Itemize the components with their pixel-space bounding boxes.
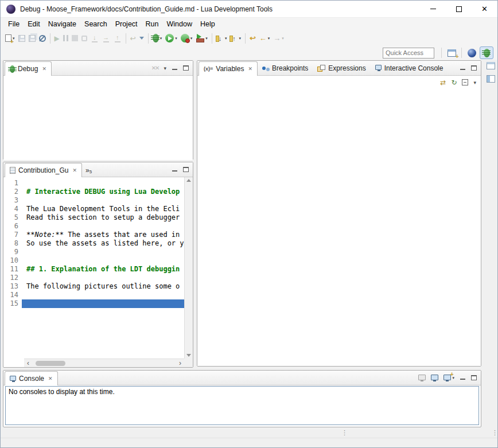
save-button[interactable] [17, 32, 27, 45]
step-into-button[interactable]: ↓ [89, 32, 100, 45]
line-number[interactable]: 13 [3, 282, 22, 291]
menu-help[interactable]: Help [196, 19, 219, 29]
line-text[interactable] [22, 299, 26, 308]
menu-window[interactable]: Window [163, 19, 196, 29]
view-menu-icon[interactable]: ▾ [164, 65, 166, 71]
new-button[interactable]: ▾ [3, 32, 17, 45]
tab-expressions[interactable]: Expressions [313, 61, 370, 75]
close-tab-icon[interactable]: ✕ [72, 167, 77, 173]
scroll-left-icon[interactable]: ‹ [24, 359, 32, 367]
refresh-icon[interactable]: ↻ [451, 79, 457, 86]
lua-perspective-button[interactable] [465, 46, 478, 59]
scroll-right-icon[interactable]: › [176, 359, 184, 367]
open-perspective-button[interactable] [445, 46, 458, 59]
titlebar[interactable]: Debug - Moose_Framework/docs/Contributio… [1, 1, 497, 18]
editor-content[interactable]: 1 2# Interactive DEBUG using Lua Develop… [3, 177, 184, 359]
line-text[interactable] [22, 291, 26, 299]
sash-handle[interactable]: ⋮ [341, 430, 348, 436]
minimize-view-icon[interactable] [460, 65, 466, 71]
previous-annotation-button[interactable]: ↑▾ [228, 32, 243, 45]
line-text[interactable]: The following pictures outline some o [22, 282, 180, 291]
line-number[interactable]: 6 [3, 222, 22, 231]
clear-console-icon[interactable] [418, 375, 426, 380]
line-text[interactable] [22, 196, 26, 205]
editor-horizontal-scrollbar[interactable]: ‹ › [24, 359, 184, 367]
tab-interactive-console[interactable]: Interactive Console [371, 61, 448, 75]
terminate-button[interactable] [70, 32, 80, 45]
forward-button[interactable]: →▾ [271, 32, 286, 45]
debug-perspective-button[interactable] [480, 46, 493, 59]
scrollbar-thumb[interactable] [36, 361, 65, 366]
collapse-all-icon[interactable] [462, 79, 468, 85]
save-all-button[interactable] [27, 32, 37, 45]
restore-view-icon[interactable] [487, 62, 495, 69]
editor-vertical-scrollbar[interactable] [184, 177, 193, 359]
sash-handle[interactable]: ⋮ [492, 430, 498, 436]
line-text[interactable] [22, 222, 26, 231]
menu-edit[interactable]: Edit [24, 19, 44, 29]
maximize-view-icon[interactable] [183, 167, 189, 172]
line-text[interactable]: Read this section to setup a debugger [22, 213, 180, 222]
line-number[interactable]: 15 [3, 299, 22, 308]
tab-console[interactable]: Console ✕ [5, 371, 58, 385]
close-tab-icon[interactable]: ✕ [42, 66, 46, 72]
menu-file[interactable]: File [4, 19, 24, 29]
maximize-window-button[interactable] [446, 1, 472, 18]
hidden-editors-chevron[interactable]: »5 [82, 166, 95, 177]
menu-navigate[interactable]: Navigate [44, 19, 80, 29]
step-over-button[interactable]: → [100, 32, 112, 45]
line-text[interactable] [22, 256, 26, 265]
line-number[interactable]: 5 [3, 213, 22, 222]
show-logical-structures-icon[interactable]: ⇄ [440, 79, 446, 86]
back-button[interactable]: ←▾ [258, 32, 272, 45]
menu-run[interactable]: Run [142, 19, 163, 29]
line-text[interactable] [22, 274, 26, 282]
display-selected-console-icon[interactable] [431, 375, 438, 380]
minimize-view-icon[interactable] [172, 65, 178, 71]
profile-launch-button[interactable]: ▾ [179, 32, 194, 45]
step-return-button[interactable]: ↑ [112, 32, 123, 45]
minimize-view-icon[interactable] [172, 167, 178, 172]
menu-search[interactable]: Search [80, 19, 111, 29]
menu-project[interactable]: Project [111, 19, 142, 29]
close-window-button[interactable]: ✕ [472, 1, 497, 18]
console-content[interactable]: No consoles to display at this time. [5, 386, 479, 425]
tab-contribution-guide[interactable]: Contribution_Gu ✕ [5, 163, 82, 177]
maximize-view-icon[interactable] [471, 375, 477, 380]
line-text[interactable] [22, 179, 26, 188]
scroll-up-icon[interactable] [186, 179, 191, 182]
line-number[interactable]: 10 [3, 256, 22, 265]
line-text[interactable]: So use the assets as listed here, or y [22, 239, 184, 248]
run-launch-button[interactable]: ▾ [164, 32, 179, 45]
restore-editor-area-icon[interactable] [487, 75, 495, 83]
maximize-view-icon[interactable] [471, 65, 477, 71]
quick-access-input[interactable] [383, 48, 434, 59]
line-text[interactable]: The Lua Development Tools in the Ecli [22, 205, 180, 213]
close-tab-icon[interactable]: ✕ [248, 66, 252, 72]
line-number[interactable]: 11 [3, 265, 22, 274]
remove-all-terminated-icon[interactable]: ✕✕ [151, 65, 159, 71]
line-number[interactable]: 2 [3, 188, 22, 196]
line-text[interactable]: ## 1. Explanation of the LDT debuggin [22, 265, 180, 274]
next-annotation-button[interactable]: ↓▾ [215, 32, 229, 45]
line-number[interactable]: 4 [3, 205, 22, 213]
drop-to-frame-button[interactable]: ↩ [129, 32, 138, 45]
maximize-view-icon[interactable] [183, 65, 189, 71]
disconnect-button[interactable] [80, 32, 89, 45]
suspend-button[interactable] [61, 32, 70, 45]
line-number[interactable]: 12 [3, 274, 22, 282]
tab-variables[interactable]: (x)= Variables ✕ [199, 61, 258, 76]
use-step-filters-button[interactable] [138, 32, 146, 45]
line-text[interactable] [22, 248, 26, 256]
scroll-down-icon[interactable] [186, 354, 191, 357]
debug-launch-button[interactable]: ▾ [151, 32, 164, 45]
close-tab-icon[interactable]: ✕ [48, 376, 53, 381]
last-edit-location-button[interactable]: ↩ [248, 32, 258, 45]
line-number[interactable]: 3 [3, 196, 22, 205]
line-number[interactable]: 14 [3, 291, 22, 299]
line-text[interactable]: # Interactive DEBUG using Lua Develop [22, 188, 180, 196]
skip-all-breakpoints-button[interactable] [37, 32, 48, 45]
line-number[interactable]: 7 [3, 231, 22, 239]
minimize-view-icon[interactable] [460, 375, 466, 380]
line-number[interactable]: 9 [3, 248, 22, 256]
